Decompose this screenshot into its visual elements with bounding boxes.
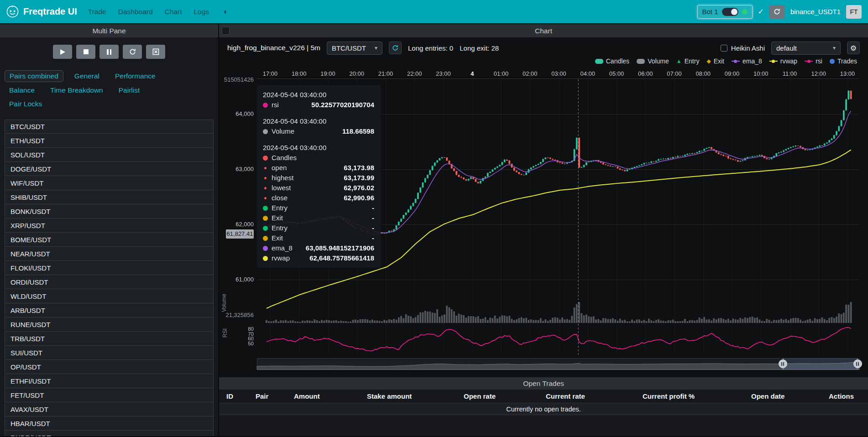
navigator-handle-left[interactable] <box>779 359 787 368</box>
pair-row-rune-usdt[interactable]: RUNE/USDT <box>5 317 214 332</box>
pair-row-ordi-usdt[interactable]: ORDI/USDT <box>5 275 214 289</box>
nav-link-logs[interactable]: Logs <box>193 8 209 16</box>
pair-row-floki-usdt[interactable]: FLOKI/USDT <box>5 261 214 275</box>
volume-legend-label: Volume <box>648 57 669 65</box>
reload-icon <box>129 48 136 55</box>
tab-general[interactable]: General <box>70 71 104 82</box>
pause-bot-button[interactable] <box>99 45 119 59</box>
pair-row-rndr-usdt[interactable]: RNDR/USDT <box>5 431 214 436</box>
pair-row-eth-usdt[interactable]: ETH/USDT <box>5 134 214 148</box>
tab-performance[interactable]: Performance <box>110 71 160 82</box>
chevron-down-icon: ▾ <box>375 45 377 51</box>
tooltip-dot <box>263 236 268 241</box>
plot-settings-button[interactable]: ⚙ <box>847 42 860 54</box>
tooltip-value: 63,085.948152171906 <box>306 243 374 253</box>
cancel-open-orders-button[interactable] <box>146 45 165 59</box>
tooltip-dot <box>263 246 268 251</box>
legend-entry[interactable]: ▲Entry <box>676 57 700 65</box>
pair-select[interactable]: BTC/USDT ▾ <box>327 42 382 55</box>
pair-row-doge-usdt[interactable]: DOGE/USDT <box>5 162 214 176</box>
freqtrade-logo-icon[interactable] <box>6 5 19 18</box>
tooltip-label: ema_8 <box>272 243 293 253</box>
time-label-22-00: 22:00 <box>407 70 422 77</box>
heikin-ashi-label: Heikin Ashi <box>731 44 765 52</box>
tooltip-row-ema-8: ema_863,085.948152171906 <box>263 243 374 253</box>
nav-links: TradeDashboardChartLogs <box>88 8 209 16</box>
tooltip-label: rvwap <box>272 253 290 263</box>
legend-candles[interactable]: Candles <box>595 57 629 65</box>
time-label-17-00: 17:00 <box>263 70 278 77</box>
bot-selector[interactable]: Bot 1 <box>697 5 753 19</box>
reload-config-button[interactable] <box>123 45 142 59</box>
rvwap-legend-label: rvwap <box>780 57 797 65</box>
account-label: binance_USDT1 <box>790 8 841 16</box>
pair-row-avax-usdt[interactable]: AVAX/USDT <box>5 402 214 416</box>
tooltip-value: - <box>372 233 374 243</box>
pair-row-xrp-usdt[interactable]: XRP/USDT <box>5 218 214 233</box>
theme-toggle-icon[interactable]: ◐ <box>224 7 228 16</box>
nav-link-dashboard[interactable]: Dashboard <box>118 8 153 16</box>
heikin-ashi-checkbox[interactable] <box>721 45 727 52</box>
plot-config-select[interactable]: default ▾ <box>771 42 841 55</box>
tooltip-dot <box>264 167 267 169</box>
rsi-marker-icon <box>805 61 813 62</box>
global-refresh-button[interactable] <box>769 5 785 19</box>
legend-rvwap[interactable]: rvwap <box>769 57 797 65</box>
bot-running-toggle[interactable] <box>722 8 738 16</box>
bot-online-dot <box>742 9 748 15</box>
panel-resize-handle[interactable] <box>222 27 230 35</box>
legend-ema-8[interactable]: ema_8 <box>732 57 762 65</box>
legend-exit[interactable]: ◆Exit <box>706 57 724 65</box>
nav-link-chart[interactable]: Chart <box>165 8 182 16</box>
pair-row-wld-usdt[interactable]: WLD/USDT <box>5 289 214 303</box>
volume-axis-title: Volume <box>221 294 227 312</box>
tooltip-label: Exit <box>272 213 283 223</box>
navigator-handle-right[interactable] <box>853 359 862 368</box>
avatar[interactable]: FT <box>846 5 862 19</box>
pair-row-ethfi-usdt[interactable]: ETHFI/USDT <box>5 374 214 388</box>
pair-row-shib-usdt[interactable]: SHIB/USDT <box>5 190 214 204</box>
tooltip-value: 62,976.02 <box>344 183 374 193</box>
tooltip-row-rsi: rsi50.22577020190704 <box>263 100 374 110</box>
col-amount: Amount <box>294 392 367 400</box>
pair-row-bome-usdt[interactable]: BOME/USDT <box>5 233 214 247</box>
pair-row-trb-usdt[interactable]: TRB/USDT <box>5 332 214 346</box>
tab-balance[interactable]: Balance <box>5 85 39 96</box>
tooltip-row-volume: Volume118.66598 <box>263 126 374 136</box>
pair-row-fet-usdt[interactable]: FET/USDT <box>5 388 214 402</box>
pair-row-sui-usdt[interactable]: SUI/USDT <box>5 346 214 360</box>
chart-refresh-button[interactable] <box>389 42 402 54</box>
cancel-orders-icon <box>152 48 159 55</box>
start-bot-button[interactable] <box>53 45 72 59</box>
brand-title[interactable]: Freqtrade UI <box>23 6 77 17</box>
nav-link-trade[interactable]: Trade <box>88 8 106 16</box>
tab-pairs-combined[interactable]: Pairs combined <box>5 70 63 82</box>
pair-row-near-usdt[interactable]: NEAR/USDT <box>5 247 214 261</box>
y-label-50: 50 <box>219 341 254 346</box>
tab-time-breakdown[interactable]: Time Breakdown <box>46 85 108 96</box>
tooltip-value: 62,648.75785661418 <box>309 253 374 263</box>
tooltip-value: 63,173.98 <box>344 163 374 173</box>
pair-row-arb-usdt[interactable]: ARB/USDT <box>5 303 214 317</box>
legend-trades[interactable]: Trades <box>830 57 857 65</box>
pair-row-hbar-usdt[interactable]: HBAR/USDT <box>5 416 214 431</box>
stop-bot-button[interactable] <box>76 45 95 59</box>
pair-row-sol-usdt[interactable]: SOL/USDT <box>5 148 214 162</box>
chart-panel: Chart high_frog_binance_v226 | 5m BTC/US… <box>219 24 868 377</box>
pair-row-wif-usdt[interactable]: WIF/USDT <box>5 176 214 190</box>
legend-rsi[interactable]: rsi <box>805 57 822 65</box>
time-label-23-00: 23:00 <box>436 70 451 77</box>
pair-row-op-usdt[interactable]: OP/USDT <box>5 360 214 374</box>
pair-row-bonk-usdt[interactable]: BONK/USDT <box>5 204 214 218</box>
tooltip-row-entry: Entry- <box>263 203 374 213</box>
navbar: Freqtrade UI TradeDashboardChartLogs ◐ B… <box>0 0 868 23</box>
time-label-21-00: 21:00 <box>378 70 393 77</box>
tooltip-dot <box>263 103 268 108</box>
long-exits-label: Long exit: 28 <box>460 44 499 52</box>
legend-volume[interactable]: Volume <box>637 57 669 65</box>
col-current-profit: Current profit % <box>643 392 751 400</box>
pair-row-btc-usdt[interactable]: BTC/USDT <box>5 120 214 134</box>
tab-pairlist[interactable]: Pairlist <box>114 85 145 96</box>
tooltip-label: Candles <box>272 153 297 163</box>
tab-pair-locks[interactable]: Pair Locks <box>5 99 47 109</box>
